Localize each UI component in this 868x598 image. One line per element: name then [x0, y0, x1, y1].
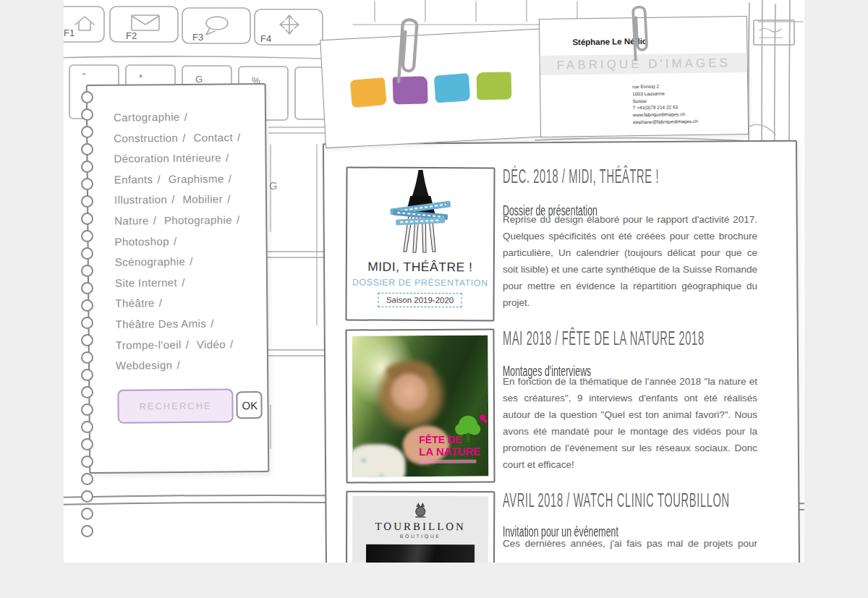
- sidebar-item-video[interactable]: Vidéo: [197, 338, 226, 350]
- nav-separator: /: [227, 193, 230, 205]
- article-thumbnail-fete-nature[interactable]: FÊTE DE LA NATURE: [345, 328, 495, 483]
- spiral-ring: [81, 369, 93, 381]
- spiral-ring: [81, 525, 93, 537]
- site-canvas: F1 F2 F3 F4 " * G % G Cartographie/ Cons…: [64, 0, 804, 563]
- sidebar-item-scenographie[interactable]: Scénographie: [115, 255, 186, 268]
- sidebar-item-webdesign[interactable]: Webdesign: [116, 359, 173, 372]
- sidebar-item-cartographie[interactable]: Cartographie: [114, 111, 180, 124]
- sidebar-item-graphisme[interactable]: Graphisme: [169, 172, 224, 185]
- search-input[interactable]: [117, 388, 233, 423]
- sidebar-item-theatre-des-amis[interactable]: Théâtre Des Amis: [115, 317, 206, 330]
- category-nav: Cartographie/ Construction/Contact/ Déco…: [114, 106, 260, 376]
- key-label-f4: F4: [260, 33, 271, 44]
- color-blob-orange: [350, 77, 387, 108]
- article-thumbnail-tourbillon[interactable]: TOURBILLON BOUTIQUE: [346, 491, 495, 563]
- spiral-ring: [81, 508, 93, 520]
- nav-separator: /: [237, 131, 240, 143]
- sidebar-item-decoration-interieure[interactable]: Décoration Intérieure: [114, 152, 221, 165]
- sidebar-item-contact[interactable]: Contact: [193, 131, 233, 143]
- spiral-ring: [81, 91, 93, 103]
- spiral-ring: [81, 230, 93, 242]
- business-card-address: rue Enning 2 1003 Lausanne Suisse T +41(…: [632, 82, 698, 126]
- spiral-ring: [81, 195, 93, 208]
- season-badge: Saison 2019-2020: [378, 293, 461, 308]
- key-label-f3: F3: [192, 32, 203, 43]
- crest-icon: [412, 500, 428, 518]
- fete-logo-tagline-bar: [420, 460, 476, 464]
- watchmaking-photo: [366, 544, 475, 563]
- nav-separator: /: [210, 317, 213, 330]
- spiral-ring: [81, 299, 93, 312]
- sidebar-item-enfants[interactable]: Enfants: [114, 173, 153, 185]
- key-label-f2: F2: [126, 30, 137, 41]
- article-title-fete-nature[interactable]: MAI 2018 / FÊTE DE LA NATURE 2018: [503, 327, 763, 350]
- spiral-ring: [81, 386, 93, 398]
- nav-separator: /: [186, 338, 189, 350]
- color-blob-blue: [434, 73, 471, 103]
- nav-separator: /: [159, 297, 162, 309]
- spiral-ring: [81, 334, 93, 346]
- fork-icon: [377, 168, 464, 257]
- paperclip-icon: [388, 12, 427, 87]
- sidebar-item-site-internet[interactable]: Site Internet: [115, 276, 177, 289]
- logo-color-blobs: [350, 72, 512, 108]
- nav-separator: /: [157, 173, 160, 185]
- thumb-subtitle: DOSSIER DE PRÉSENTATION: [352, 278, 488, 289]
- sidebar-item-photoshop[interactable]: Photoshop: [114, 235, 169, 248]
- sidebar-item-illustration[interactable]: Illustration: [114, 193, 167, 206]
- nav-separator: /: [174, 235, 176, 247]
- nav-separator: /: [171, 193, 174, 205]
- spiral-ring: [81, 126, 93, 138]
- spiral-ring: [81, 456, 93, 468]
- house-icon: [75, 17, 94, 30]
- thumb-title: MIDI, THÉÂTRE !: [367, 260, 472, 275]
- sidebar-notepad: Cartographie/ Construction/Contact/ Déco…: [86, 83, 270, 474]
- article-body: Reprise du design élaboré pour le rappor…: [503, 211, 757, 311]
- tourbillon-sub: BOUTIQUE: [400, 534, 441, 539]
- spiral-ring: [81, 178, 93, 190]
- sidebar-item-mobilier[interactable]: Mobilier: [182, 193, 223, 205]
- nav-separator: /: [229, 172, 231, 184]
- article-title-midi-theatre[interactable]: DÉC. 2018 / MIDI, THÉÂTRE !: [503, 165, 763, 188]
- nav-separator: /: [184, 111, 187, 123]
- spiral-ring: [81, 282, 93, 294]
- nav-separator: /: [190, 255, 192, 268]
- nav-separator: /: [153, 214, 156, 226]
- spiral-ring: [81, 108, 93, 121]
- article-body: En fonction de la thématique de l'année …: [503, 373, 757, 473]
- sidebar-item-construction[interactable]: Construction: [114, 132, 178, 145]
- nav-separator: /: [176, 359, 179, 371]
- spiral-ring: [81, 490, 93, 503]
- key-label-f1: F1: [64, 27, 75, 38]
- spiral-ring: [81, 403, 93, 416]
- sidebar-item-nature[interactable]: Nature: [114, 214, 149, 226]
- arrows-icon: [280, 15, 299, 34]
- nav-separator: /: [230, 338, 233, 350]
- key-label-g-mid: G: [269, 179, 278, 192]
- envelope-icon: [132, 15, 159, 30]
- page: F1 F2 F3 F4 " * G % G Cartographie/ Cons…: [0, 0, 868, 598]
- spiral-ring: [81, 317, 93, 329]
- spiral-ring: [81, 213, 93, 225]
- color-blob-green: [477, 72, 512, 100]
- spiral-ring: [81, 473, 93, 485]
- spiral-ring: [81, 438, 93, 450]
- fete-logo-line2: LA NATURE: [419, 445, 480, 458]
- address-line: stephane@fabriquedimages.ch: [633, 118, 698, 126]
- spiral-binding: [81, 91, 93, 542]
- spiral-ring: [81, 265, 93, 277]
- article-thumbnail-midi-theatre[interactable]: MIDI, THÉÂTRE ! DOSSIER DE PRÉSENTATION …: [345, 166, 495, 321]
- spiral-ring: [81, 143, 93, 155]
- nav-separator: /: [182, 276, 184, 289]
- spiral-ring: [81, 351, 93, 364]
- sidebar-item-trompe-loeil[interactable]: Trompe-l'oeil: [116, 338, 182, 351]
- paperclip-icon: [624, 1, 655, 63]
- spiral-ring: [81, 247, 93, 260]
- sidebar-item-photographie[interactable]: Photographie: [164, 213, 232, 226]
- tourbillon-brand: TOURBILLON: [375, 521, 466, 533]
- speech-bubble-icon: [206, 17, 228, 30]
- article-title-tourbillon[interactable]: AVRIL 2018 / WATCH CLINIC TOURBILLON: [503, 489, 763, 512]
- nav-separator: /: [182, 131, 185, 143]
- sidebar-item-theatre[interactable]: Théâtre: [115, 297, 155, 309]
- search-ok-button[interactable]: OK: [236, 391, 262, 419]
